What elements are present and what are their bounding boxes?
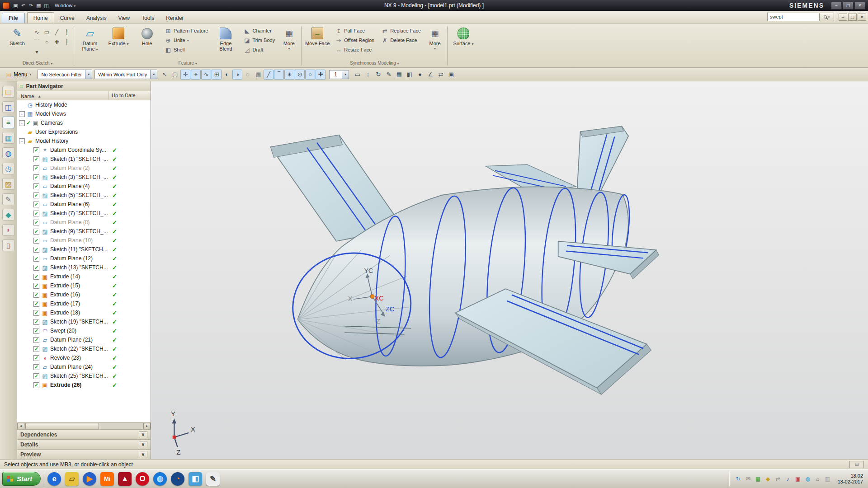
history-palette-icon[interactable]: ◷ [2,163,14,174]
command-search-input[interactable]: swept [767,13,820,21]
scroll-left-icon[interactable]: ◂ [17,423,24,429]
shaded-view-icon[interactable]: ◐ [222,70,232,80]
tree-item[interactable]: ✓▣Extrude (14)✓ [17,272,151,281]
doc-restore-button[interactable]: ▢ [848,14,857,21]
tree-item[interactable]: ✓▨Sketch (11) "SKETCH...✓ [17,245,151,254]
expand-icon[interactable]: + [19,120,25,126]
midpoint-snap-icon[interactable]: ∿ [201,70,211,80]
graphics-window[interactable]: YC XC ZC X Z Y Z X [151,81,868,459]
menu-tab-curve[interactable]: Curve [54,13,80,23]
tree-item[interactable]: ▰User Expressions [17,127,151,136]
tree-item[interactable]: ✓▱Datum Plane (4)✓ [17,182,151,191]
tree-item[interactable]: ✓▨Sketch (9) "SKETCH_...✓ [17,227,151,236]
shell-button[interactable]: ◧Shell [162,45,211,54]
render-style-icon[interactable]: ▧ [253,70,263,80]
tree-item[interactable]: −▰Model History [17,136,151,145]
search-button[interactable]: ▾ [820,13,834,21]
section-dependencies[interactable]: Dependencies∨ [17,429,151,439]
shaded-edges-view-icon[interactable]: ◑ [232,70,242,80]
group-label-direct-sketch[interactable]: Direct Sketch▾ [3,61,72,67]
line-snap-icon[interactable]: ╱ [264,70,274,80]
tree-item[interactable]: ✓▱Datum Plane (8)✓ [17,218,151,227]
assembly-navigator-icon[interactable]: ▤ [2,86,14,98]
material-icon[interactable]: ● [415,70,425,80]
help-icon[interactable]: ▣ [446,70,456,80]
visual-effects-icon[interactable]: ◧ [405,70,415,80]
arc-snap-icon[interactable]: ⌒ [274,70,284,80]
tree-item[interactable]: ✓▱Datum Plane (6)✓ [17,200,151,209]
network-tray-icon[interactable]: ▤ [755,475,762,483]
rotate-view-icon[interactable]: ↻ [373,70,383,80]
web-globe-icon[interactable]: ◍ [153,472,167,486]
reuse-library-icon[interactable]: ▦ [2,132,14,144]
window-cascade-icon[interactable]: ▦ [394,70,404,80]
usb-tray-icon[interactable]: ⇄ [774,475,782,483]
expand-icon[interactable]: + [19,111,25,117]
minimize-button[interactable]: – [831,2,842,9]
collapse-icon[interactable]: − [19,138,25,144]
chevron-down-icon[interactable]: ∨ [139,431,147,438]
feature-checkbox[interactable]: ✓ [33,165,39,171]
feature-checkbox[interactable]: ✓ [33,346,39,352]
maximize-button[interactable]: ▢ [843,2,854,9]
section-preview[interactable]: Preview∨ [17,449,151,459]
menu-tab-render[interactable]: Render [160,13,189,23]
tree-item[interactable]: ✓▱Datum Plane (12)✓ [17,254,151,263]
extrude-button[interactable]: Extrude ▾ [105,25,132,60]
tree-item[interactable]: ✓▨Sketch (1) "SKETCH_...✓ [17,155,151,164]
scrollbar-track[interactable] [24,423,143,429]
sketch-button[interactable]: ✎ Sketch [4,25,31,60]
tree-item[interactable]: ✓▣Extrude (26)✓ [17,380,151,389]
materials-icon[interactable]: ◆ [2,209,14,221]
feature-checkbox[interactable]: ✓ [33,238,39,244]
intersection-snap-icon[interactable]: ✚ [316,70,326,80]
menu-tab-tools[interactable]: Tools [136,13,160,23]
scroll-right-icon[interactable]: ▸ [143,423,151,429]
line-icon[interactable]: ╱ [52,27,61,37]
tree-item[interactable]: ◷History Mode [17,100,151,109]
feature-checkbox[interactable]: ✓ [33,174,39,180]
pan-view-icon[interactable]: ↕ [363,70,373,80]
feature-checkbox[interactable]: ✓ [33,301,39,307]
save-icon[interactable]: ▣ [12,2,19,9]
tree-item[interactable]: ✓▨Sketch (25) "SKETCH...✓ [17,371,151,380]
tree-item[interactable]: ✓▨Sketch (3) "SKETCH_...✓ [17,173,151,182]
redo-icon[interactable]: ↷ [27,2,35,9]
snap-point-icon[interactable]: ✛ [180,70,190,80]
file-explorer-icon[interactable]: ▱ [65,472,79,486]
security-tray-icon[interactable]: ◆ [764,475,772,483]
tree-item[interactable]: ✓▱Datum Plane (2)✓ [17,164,151,173]
group-label-feature[interactable]: Feature▾ [75,61,300,67]
sync-tray-icon[interactable]: ↻ [735,475,742,483]
feature-checkbox[interactable]: ✓ [33,147,39,153]
vertical-fin[interactable] [577,126,628,198]
edge-blend-button[interactable]: Edge Blend [212,25,239,60]
tree-item[interactable]: ✓▨Sketch (19) "SKETCH...✓ [17,317,151,326]
image-viewer-icon[interactable]: ◧ [189,472,202,486]
feature-checkbox[interactable]: ✓ [33,355,39,361]
selection-rect-icon[interactable]: ▢ [170,70,180,80]
firefox-icon[interactable]: ◔ [171,472,184,486]
scrollbar-thumb[interactable] [25,423,99,429]
delete-face-button[interactable]: ✗Delete Face [378,36,424,45]
trim-body-button[interactable]: ◪Trim Body [241,36,278,45]
datum-plane-button[interactable]: ▱ Datum Plane ▾ [76,25,104,60]
feature-checkbox[interactable]: ✓ [33,156,39,162]
selection-filter-dropdown[interactable]: No Selection Filter ▾ [38,70,92,79]
chevron-down-icon[interactable]: ▾ [342,70,349,79]
menu-tab-home[interactable]: Home [27,12,54,23]
feature-checkbox[interactable]: ✓ [33,183,39,189]
view-scale-dropdown[interactable]: 1 ▾ [329,70,349,79]
tree-item[interactable]: ✓⌖Datum Coordinate Sy...✓ [17,145,151,155]
replace-face-button[interactable]: ⇄Replace Face [378,26,424,35]
feature-more-button[interactable]: ▦ More ▾ [279,25,299,60]
manage-tool-icon[interactable]: ✎ [2,193,14,205]
chamfer-button[interactable]: ◣Chamfer [241,26,278,35]
chevron-down-icon[interactable]: ▾ [150,70,157,79]
doc-close-button[interactable]: ✕ [858,14,866,21]
status-tray-icon[interactable]: ▤ [849,461,864,468]
tree-item[interactable]: ✓▨Sketch (5) "SKETCH_...✓ [17,191,151,200]
feature-checkbox[interactable]: ✓ [33,382,39,388]
tree-item[interactable]: ✓▨Sketch (7) "SKETCH_...✓ [17,209,151,218]
feature-checkbox[interactable]: ✓ [33,256,39,262]
